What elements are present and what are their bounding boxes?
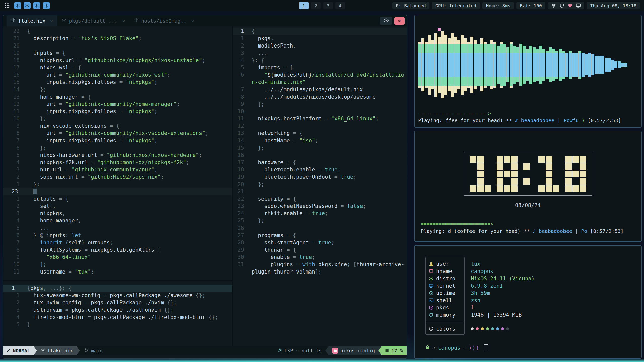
line-number: 4 bbox=[3, 217, 20, 224]
code-line: 1 pkgs, bbox=[233, 35, 407, 42]
line-number: 2 bbox=[3, 203, 20, 210]
fetch-row: hname bbox=[426, 267, 464, 275]
line-number: 25 bbox=[233, 217, 244, 224]
shell-prompt[interactable]: → canopus ~ ⟩⟩⟩ bbox=[425, 344, 635, 351]
line-number: 14 bbox=[3, 86, 20, 93]
code-line: 12 bbox=[233, 122, 407, 130]
fetch-value: tux bbox=[471, 260, 535, 267]
editor-window[interactable]: flake.nix×pkgs/default ...×hosts/isoImag… bbox=[3, 15, 407, 359]
dock-app-icon[interactable] bbox=[43, 2, 50, 9]
fetch-row: kernel bbox=[426, 282, 464, 289]
code-line: 1 }; bbox=[3, 181, 232, 188]
fetch-terminal[interactable]: userhnamedistrokerneluptimeshellpkgsmemo… bbox=[414, 245, 642, 359]
visualizer-bar bbox=[513, 19, 516, 110]
workspace-button[interactable]: 4 bbox=[335, 2, 345, 9]
visualizer-bar bbox=[516, 19, 519, 110]
visualizer-bar bbox=[539, 19, 542, 110]
line-number: 3 bbox=[3, 166, 20, 173]
visualizer-bar bbox=[559, 19, 562, 110]
visualizer-bar bbox=[598, 19, 601, 110]
tab-close-icon[interactable]: × bbox=[191, 18, 194, 24]
visualizer-bar bbox=[493, 19, 497, 110]
visualizer-accent-pixel bbox=[438, 28, 441, 31]
prompt-host: canopus bbox=[438, 345, 461, 351]
editor-pane-hosts[interactable]: 1{1 pkgs,2 modulesPath,3 ...4}: {5 impor… bbox=[233, 26, 407, 346]
code-line: 2 modulesPath, bbox=[233, 42, 407, 50]
visualizer-bar bbox=[588, 19, 591, 110]
toggle-button[interactable] bbox=[380, 17, 392, 25]
editor-tab[interactable]: hosts/isoImag..× bbox=[130, 15, 199, 26]
line-number: 1 bbox=[3, 292, 20, 299]
code-line: 17 hardware = { bbox=[233, 159, 407, 166]
editor-pane-pkgs[interactable]: 1{pkgs, ...}: {1 tux-awesome-wm-config =… bbox=[3, 281, 232, 346]
line-number: 1 bbox=[3, 285, 20, 292]
launcher-icon[interactable] bbox=[4, 3, 10, 9]
visualizer-bar bbox=[542, 19, 546, 110]
visualizer-bar bbox=[621, 19, 624, 110]
line-number: 6 bbox=[3, 232, 20, 239]
workspace-button[interactable]: 1 bbox=[299, 2, 309, 9]
line-number: 1 bbox=[3, 195, 20, 203]
code-line: 4 home-manager, bbox=[3, 217, 232, 224]
palette-icon bbox=[429, 326, 434, 331]
editor-tab[interactable]: pkgs/default ...× bbox=[57, 15, 130, 26]
fetch-row: pkgs bbox=[426, 304, 464, 311]
now-playing-text: Playing: d (coffee for your head) ** ♪ b… bbox=[421, 227, 635, 235]
visualizer-bar bbox=[624, 19, 627, 110]
code-line: 11 nixpkgs.hostPlatform = "x86_64-linux"… bbox=[233, 115, 407, 122]
pen-icon bbox=[7, 348, 11, 353]
workspace-button[interactable]: 2 bbox=[311, 2, 321, 9]
nix-snowflake-icon bbox=[62, 18, 66, 24]
line-number bbox=[233, 268, 244, 276]
code-line: 15 inputs.nixpkgs.follows = "nixpkgs"; bbox=[3, 79, 232, 86]
fetch-row: distro bbox=[426, 275, 464, 282]
code-line: 24 rtkit.enable = true; bbox=[233, 210, 407, 217]
code-line: 2 self, bbox=[3, 203, 232, 210]
visualizer-bar bbox=[578, 19, 582, 110]
heart-icon[interactable] bbox=[568, 3, 573, 8]
visualizer-bar bbox=[480, 19, 484, 110]
editor-tab[interactable]: flake.nix× bbox=[7, 15, 57, 26]
visualizer-bar bbox=[484, 19, 487, 110]
visualizer-bar bbox=[552, 19, 555, 110]
git-branch: main bbox=[80, 346, 106, 355]
visualizer-bar bbox=[434, 19, 438, 110]
visualizer-bar bbox=[464, 19, 467, 110]
tab-close-icon[interactable]: × bbox=[122, 18, 125, 24]
fetch-row: shell bbox=[426, 297, 464, 304]
code-line: 23 bbox=[3, 188, 232, 195]
dock-app-icon[interactable] bbox=[24, 2, 31, 9]
code-line: 13 home-manager = { bbox=[3, 93, 232, 101]
visualizer-bar bbox=[523, 19, 526, 110]
dock-app-icon[interactable] bbox=[14, 2, 21, 9]
fetch-label: colors bbox=[436, 326, 455, 332]
color-dot bbox=[481, 327, 484, 330]
line-number: 2 bbox=[3, 299, 20, 306]
status-bar: 1234 P: BalancedGPU: IntegratedHome: 8ms… bbox=[0, 0, 644, 11]
visualizer-bar bbox=[448, 19, 451, 110]
line-number: 19 bbox=[3, 50, 20, 57]
code-line: 1 outputs = { bbox=[3, 195, 232, 203]
code-line: 13 networking = { bbox=[233, 130, 407, 137]
close-window-button[interactable]: × bbox=[394, 17, 405, 25]
display-icon[interactable] bbox=[576, 3, 581, 8]
line-number: 16 bbox=[3, 71, 20, 79]
code-line: 6 } @ inputs: let bbox=[3, 232, 232, 239]
editor-cursor bbox=[33, 189, 37, 194]
wifi-icon[interactable] bbox=[551, 3, 556, 8]
workspace-button[interactable]: 3 bbox=[323, 2, 333, 9]
prompt-chevrons: ⟩⟩⟩ bbox=[469, 345, 480, 351]
terminal-cursor bbox=[484, 344, 488, 351]
fetch-value: 1 bbox=[471, 304, 535, 311]
code-line: 2 tux-nvim-config = pkgs.callPackage ./n… bbox=[3, 299, 232, 306]
clock-digit bbox=[523, 156, 530, 192]
line-number: 26 bbox=[233, 224, 244, 232]
clock-terminal[interactable]: 08/08/24 =======================> Playin… bbox=[414, 131, 642, 242]
shield-icon[interactable] bbox=[559, 3, 565, 8]
tab-close-icon[interactable]: × bbox=[50, 18, 53, 24]
dock-app-icon[interactable] bbox=[33, 2, 40, 9]
visualizer-terminal[interactable]: =======================> Playing: ffee f… bbox=[414, 15, 642, 128]
code-line: 31 plugins = with pkgs.xfce; [thunar-arc… bbox=[233, 261, 407, 268]
visualizer-bar bbox=[585, 19, 588, 110]
editor-pane-flake[interactable]: 22{21 description = "tux's NixOS Flake";… bbox=[3, 26, 232, 280]
